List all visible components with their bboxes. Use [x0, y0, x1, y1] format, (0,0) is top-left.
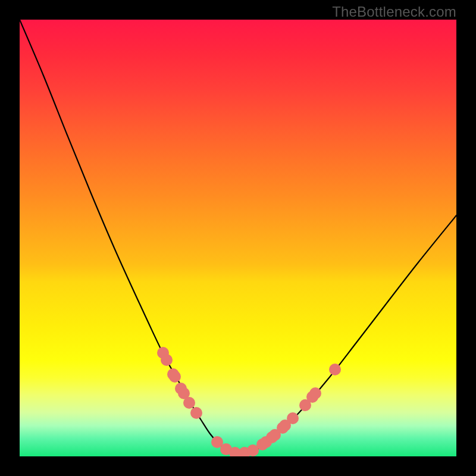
chart-frame: TheBottleneck.com [0, 0, 476, 476]
data-marker [329, 364, 341, 375]
data-marker [169, 371, 181, 383]
plot-area [20, 20, 456, 456]
data-marker [190, 407, 202, 419]
data-marker [183, 397, 195, 409]
data-marker [161, 354, 173, 366]
curve-svg [20, 20, 456, 456]
data-marker [287, 412, 299, 424]
data-marker [309, 387, 321, 399]
marker-layer [157, 347, 341, 456]
curve-path [20, 20, 456, 454]
watermark-text: TheBottleneck.com [332, 4, 456, 20]
